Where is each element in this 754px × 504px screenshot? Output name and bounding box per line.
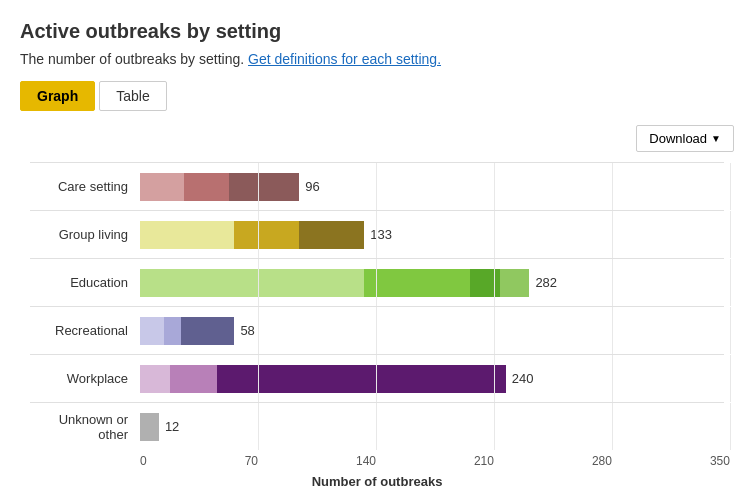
chart-row: Workplace240 (30, 354, 724, 402)
page-title: Active outbreaks by setting (20, 20, 734, 43)
bar-segment (184, 173, 228, 201)
x-axis-label: Number of outbreaks (30, 474, 724, 489)
bar-segment (470, 269, 500, 297)
bar-segment (140, 173, 184, 201)
bar-segment (140, 221, 234, 249)
bar-value: 133 (370, 227, 392, 242)
definitions-link[interactable]: Get definitions for each setting. (248, 51, 441, 67)
bars-area: 240 (140, 355, 724, 402)
row-label: Education (30, 275, 140, 290)
x-tick: 0 (140, 454, 147, 468)
bars-wrapper: 96 (140, 173, 320, 201)
row-label: Group living (30, 227, 140, 242)
bars-wrapper: 58 (140, 317, 255, 345)
bar-value: 240 (512, 371, 534, 386)
bars-wrapper: 240 (140, 365, 533, 393)
bar-segment (140, 269, 364, 297)
chart-row: Group living133 (30, 210, 724, 258)
tab-bar: Graph Table (20, 81, 734, 111)
subtitle: The number of outbreaks by setting. Get … (20, 51, 734, 67)
chart-row: Care setting96 (30, 162, 724, 210)
chart: Care setting96Group living133Education28… (20, 162, 734, 489)
bar-segment (500, 269, 530, 297)
x-tick: 210 (474, 454, 494, 468)
bar-value: 12 (165, 419, 179, 434)
chart-row: Unknown or other12 (30, 402, 724, 450)
bar-value: 58 (240, 323, 254, 338)
bar-value: 282 (535, 275, 557, 290)
x-tick: 350 (710, 454, 730, 468)
bar-segment (217, 365, 506, 393)
bar-segment (234, 221, 299, 249)
bar-segment (164, 317, 182, 345)
bars-area: 58 (140, 307, 724, 354)
bars-area: 12 (140, 403, 724, 450)
bars-area: 282 (140, 259, 724, 306)
chevron-down-icon: ▼ (711, 133, 721, 144)
bar-segment (140, 365, 170, 393)
x-tick: 140 (356, 454, 376, 468)
bars-wrapper: 282 (140, 269, 557, 297)
x-tick: 280 (592, 454, 612, 468)
download-button[interactable]: Download ▼ (636, 125, 734, 152)
bars-wrapper: 133 (140, 221, 392, 249)
bars-wrapper: 12 (140, 413, 179, 441)
row-label: Care setting (30, 179, 140, 194)
row-label: Recreational (30, 323, 140, 338)
tab-table[interactable]: Table (99, 81, 166, 111)
x-tick: 70 (245, 454, 258, 468)
chart-row: Recreational58 (30, 306, 724, 354)
chart-row: Education282 (30, 258, 724, 306)
bar-segment (364, 269, 470, 297)
bars-area: 133 (140, 211, 724, 258)
bar-value: 96 (305, 179, 319, 194)
bar-segment (140, 317, 164, 345)
bars-area: 96 (140, 163, 724, 210)
row-label: Workplace (30, 371, 140, 386)
tab-graph[interactable]: Graph (20, 81, 95, 111)
bar-segment (140, 413, 159, 441)
bar-segment (170, 365, 217, 393)
bar-segment (181, 317, 234, 345)
bar-segment (229, 173, 300, 201)
bar-segment (299, 221, 364, 249)
row-label: Unknown or other (30, 412, 140, 442)
